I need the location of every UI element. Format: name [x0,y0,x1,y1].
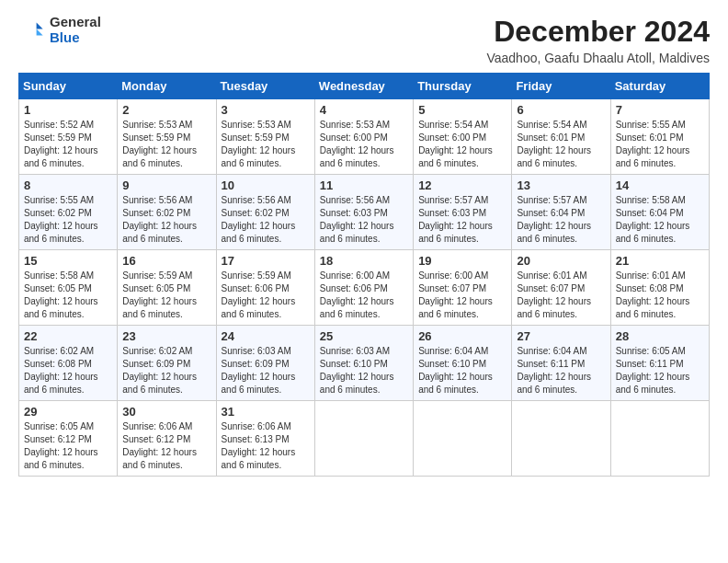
weekday-header: Thursday [414,74,512,99]
logo-general: General [50,15,101,30]
header-row: SundayMondayTuesdayWednesdayThursdayFrid… [19,74,710,99]
calendar-day-cell: 29Sunrise: 6:05 AM Sunset: 6:12 PM Dayli… [19,401,118,477]
calendar-day-cell [512,401,610,477]
weekday-header: Wednesday [314,74,413,99]
day-number: 28 [616,329,704,343]
calendar-day-cell: 25Sunrise: 6:03 AM Sunset: 6:10 PM Dayli… [314,326,413,401]
day-info: Sunrise: 6:00 AM Sunset: 6:07 PM Dayligh… [418,270,506,321]
logo-icon [18,17,44,43]
calendar-week-row: 1Sunrise: 5:52 AM Sunset: 5:59 PM Daylig… [19,99,710,175]
calendar-week-row: 29Sunrise: 6:05 AM Sunset: 6:12 PM Dayli… [19,401,710,477]
title-block: December 2024 Vaadhoo, Gaafu Dhaalu Atol… [486,15,710,65]
day-info: Sunrise: 5:53 AM Sunset: 5:59 PM Dayligh… [122,119,210,170]
calendar-day-cell: 24Sunrise: 6:03 AM Sunset: 6:09 PM Dayli… [216,326,314,401]
day-number: 9 [122,178,210,192]
day-info: Sunrise: 5:57 AM Sunset: 6:03 PM Dayligh… [418,194,506,246]
day-info: Sunrise: 6:06 AM Sunset: 6:13 PM Dayligh… [222,420,310,472]
day-info: Sunrise: 5:58 AM Sunset: 6:05 PM Dayligh… [24,270,112,321]
day-number: 3 [222,103,310,117]
location: Vaadhoo, Gaafu Dhaalu Atoll, Maldives [486,51,710,65]
day-number: 8 [24,178,112,192]
day-info: Sunrise: 5:54 AM Sunset: 6:01 PM Dayligh… [517,119,605,170]
calendar-week-row: 15Sunrise: 5:58 AM Sunset: 6:05 PM Dayli… [19,250,710,326]
day-number: 25 [320,329,408,343]
day-info: Sunrise: 6:02 AM Sunset: 6:08 PM Dayligh… [24,345,112,396]
calendar-day-cell: 23Sunrise: 6:02 AM Sunset: 6:09 PM Dayli… [118,326,216,401]
calendar-day-cell: 10Sunrise: 5:56 AM Sunset: 6:02 PM Dayli… [216,175,314,250]
day-number: 19 [418,254,506,268]
day-info: Sunrise: 5:55 AM Sunset: 6:02 PM Dayligh… [24,194,112,246]
calendar-day-cell [414,401,512,477]
calendar-day-cell: 8Sunrise: 5:55 AM Sunset: 6:02 PM Daylig… [19,175,118,250]
calendar-day-cell: 28Sunrise: 6:05 AM Sunset: 6:11 PM Dayli… [610,326,709,401]
day-info: Sunrise: 5:52 AM Sunset: 5:59 PM Dayligh… [24,119,112,170]
calendar-week-row: 8Sunrise: 5:55 AM Sunset: 6:02 PM Daylig… [19,175,710,250]
day-info: Sunrise: 5:58 AM Sunset: 6:04 PM Dayligh… [616,194,704,246]
calendar-day-cell: 26Sunrise: 6:04 AM Sunset: 6:10 PM Dayli… [414,326,512,401]
day-info: Sunrise: 6:00 AM Sunset: 6:06 PM Dayligh… [320,270,408,321]
day-number: 13 [517,178,605,192]
day-info: Sunrise: 5:54 AM Sunset: 6:00 PM Dayligh… [418,119,506,170]
day-number: 17 [222,254,310,268]
day-info: Sunrise: 6:03 AM Sunset: 6:09 PM Dayligh… [222,345,310,396]
day-number: 23 [122,329,210,343]
day-number: 15 [24,254,112,268]
day-info: Sunrise: 6:01 AM Sunset: 6:07 PM Dayligh… [517,270,605,321]
day-info: Sunrise: 5:53 AM Sunset: 6:00 PM Dayligh… [320,119,408,170]
calendar-day-cell: 15Sunrise: 5:58 AM Sunset: 6:05 PM Dayli… [19,250,118,326]
day-info: Sunrise: 6:05 AM Sunset: 6:11 PM Dayligh… [616,345,704,396]
calendar-header: SundayMondayTuesdayWednesdayThursdayFrid… [19,74,710,99]
day-number: 26 [418,329,506,343]
calendar-day-cell: 17Sunrise: 5:59 AM Sunset: 6:06 PM Dayli… [216,250,314,326]
calendar-day-cell: 21Sunrise: 6:01 AM Sunset: 6:08 PM Dayli… [610,250,709,326]
day-number: 18 [320,254,408,268]
day-info: Sunrise: 5:59 AM Sunset: 6:05 PM Dayligh… [122,270,210,321]
calendar-day-cell: 22Sunrise: 6:02 AM Sunset: 6:08 PM Dayli… [19,326,118,401]
calendar-day-cell: 16Sunrise: 5:59 AM Sunset: 6:05 PM Dayli… [118,250,216,326]
day-number: 2 [122,103,210,117]
day-number: 11 [320,178,408,192]
calendar-body: 1Sunrise: 5:52 AM Sunset: 5:59 PM Daylig… [19,99,710,477]
logo-text: General Blue [50,15,101,45]
calendar-day-cell: 11Sunrise: 5:56 AM Sunset: 6:03 PM Dayli… [314,175,413,250]
calendar-day-cell: 12Sunrise: 5:57 AM Sunset: 6:03 PM Dayli… [414,175,512,250]
day-number: 1 [24,103,112,117]
day-info: Sunrise: 5:56 AM Sunset: 6:02 PM Dayligh… [222,194,310,246]
day-info: Sunrise: 6:01 AM Sunset: 6:08 PM Dayligh… [616,270,704,321]
calendar-day-cell: 5Sunrise: 5:54 AM Sunset: 6:00 PM Daylig… [414,99,512,175]
weekday-header: Tuesday [216,74,314,99]
day-info: Sunrise: 6:06 AM Sunset: 6:12 PM Dayligh… [122,420,210,472]
day-number: 4 [320,103,408,117]
calendar-day-cell: 31Sunrise: 6:06 AM Sunset: 6:13 PM Dayli… [216,401,314,477]
weekday-header: Saturday [610,74,709,99]
weekday-header: Sunday [19,74,118,99]
logo-blue: Blue [50,30,101,46]
day-number: 6 [517,103,605,117]
day-info: Sunrise: 5:57 AM Sunset: 6:04 PM Dayligh… [517,194,605,246]
day-number: 30 [122,405,210,419]
calendar-day-cell [610,401,709,477]
day-number: 31 [222,405,310,419]
day-info: Sunrise: 6:03 AM Sunset: 6:10 PM Dayligh… [320,345,408,396]
day-number: 12 [418,178,506,192]
day-number: 7 [616,103,704,117]
calendar-day-cell: 13Sunrise: 5:57 AM Sunset: 6:04 PM Dayli… [512,175,610,250]
calendar-day-cell: 3Sunrise: 5:53 AM Sunset: 5:59 PM Daylig… [216,99,314,175]
day-info: Sunrise: 5:55 AM Sunset: 6:01 PM Dayligh… [616,119,704,170]
page-header: General Blue December 2024 Vaadhoo, Gaaf… [18,15,710,65]
day-number: 24 [222,329,310,343]
calendar-day-cell: 9Sunrise: 5:56 AM Sunset: 6:02 PM Daylig… [118,175,216,250]
calendar-week-row: 22Sunrise: 6:02 AM Sunset: 6:08 PM Dayli… [19,326,710,401]
calendar-day-cell: 2Sunrise: 5:53 AM Sunset: 5:59 PM Daylig… [118,99,216,175]
calendar-day-cell: 30Sunrise: 6:06 AM Sunset: 6:12 PM Dayli… [118,401,216,477]
day-number: 20 [517,254,605,268]
weekday-header: Monday [118,74,216,99]
weekday-header: Friday [512,74,610,99]
month-title: December 2024 [486,15,710,49]
calendar-day-cell: 20Sunrise: 6:01 AM Sunset: 6:07 PM Dayli… [512,250,610,326]
calendar-day-cell: 6Sunrise: 5:54 AM Sunset: 6:01 PM Daylig… [512,99,610,175]
calendar-day-cell: 7Sunrise: 5:55 AM Sunset: 6:01 PM Daylig… [610,99,709,175]
calendar-day-cell: 19Sunrise: 6:00 AM Sunset: 6:07 PM Dayli… [414,250,512,326]
svg-rect-0 [18,17,44,43]
calendar-day-cell: 14Sunrise: 5:58 AM Sunset: 6:04 PM Dayli… [610,175,709,250]
